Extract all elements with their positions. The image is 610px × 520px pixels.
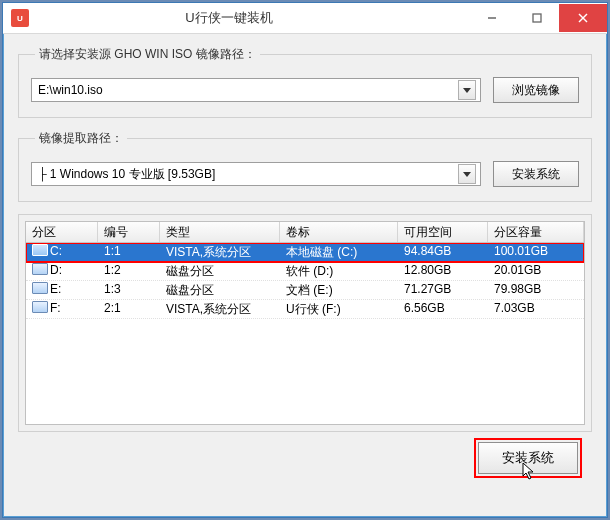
drive-icon [32, 263, 48, 275]
drive-icon [32, 244, 48, 256]
iso-path-value: E:\win10.iso [38, 83, 458, 97]
col-type[interactable]: 类型 [160, 222, 280, 242]
extract-path-legend: 镜像提取路径： [35, 130, 127, 147]
source-iso-group: 请选择安装源 GHO WIN ISO 镜像路径： E:\win10.iso 浏览… [18, 46, 592, 118]
col-index[interactable]: 编号 [98, 222, 160, 242]
source-iso-legend: 请选择安装源 GHO WIN ISO 镜像路径： [35, 46, 260, 63]
chevron-down-icon [463, 172, 471, 177]
image-version-combo[interactable]: ├ 1 Windows 10 专业版 [9.53GB] [31, 162, 481, 186]
svg-rect-1 [533, 14, 541, 22]
image-version-dropdown-button[interactable] [458, 164, 476, 184]
table-row[interactable]: C:1:1VISTA,系统分区本地磁盘 (C:)94.84GB100.01GB [26, 243, 584, 262]
app-window: U U行侠一键装机 请选择安装源 GHO WIN ISO 镜像路径： E:\wi… [2, 2, 608, 518]
partition-table-panel: 分区 编号 类型 卷标 可用空间 分区容量 C:1:1VISTA,系统分区本地磁… [18, 214, 592, 432]
minimize-button[interactable] [469, 4, 514, 32]
window-title: U行侠一键装机 [0, 9, 469, 27]
grid-body: C:1:1VISTA,系统分区本地磁盘 (C:)94.84GB100.01GBD… [26, 243, 584, 424]
browse-iso-button[interactable]: 浏览镜像 [493, 77, 579, 103]
title-bar: U U行侠一键装机 [3, 3, 607, 34]
window-controls [469, 4, 607, 32]
extract-path-group: 镜像提取路径： ├ 1 Windows 10 专业版 [9.53GB] 安装系统 [18, 130, 592, 202]
col-label[interactable]: 卷标 [280, 222, 398, 242]
bottom-button-row: 安装系统 [18, 432, 592, 474]
table-row[interactable]: F:2:1VISTA,系统分区U行侠 (F:)6.56GB7.03GB [26, 300, 584, 319]
iso-path-combo[interactable]: E:\win10.iso [31, 78, 481, 102]
grid-header: 分区 编号 类型 卷标 可用空间 分区容量 [26, 222, 584, 243]
iso-path-dropdown-button[interactable] [458, 80, 476, 100]
col-total[interactable]: 分区容量 [488, 222, 584, 242]
chevron-down-icon [463, 88, 471, 93]
col-free[interactable]: 可用空间 [398, 222, 488, 242]
table-row[interactable]: D:1:2磁盘分区软件 (D:)12.80GB20.01GB [26, 262, 584, 281]
install-system-button-main[interactable]: 安装系统 [478, 442, 578, 474]
col-partition[interactable]: 分区 [26, 222, 98, 242]
image-version-value: ├ 1 Windows 10 专业版 [9.53GB] [38, 166, 458, 183]
close-button[interactable] [559, 4, 607, 32]
maximize-button[interactable] [514, 4, 559, 32]
table-row[interactable]: E:1:3磁盘分区文档 (E:)71.27GB79.98GB [26, 281, 584, 300]
install-system-button-top[interactable]: 安装系统 [493, 161, 579, 187]
drive-icon [32, 301, 48, 313]
partition-grid: 分区 编号 类型 卷标 可用空间 分区容量 C:1:1VISTA,系统分区本地磁… [25, 221, 585, 425]
drive-icon [32, 282, 48, 294]
